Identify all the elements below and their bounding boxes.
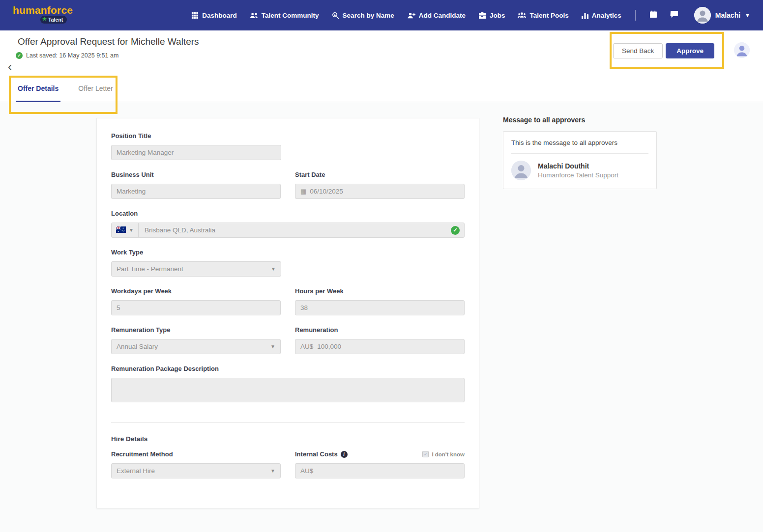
approver-role: Humanforce Talent Support: [538, 171, 618, 179]
field-hours: Hours per Week: [295, 287, 465, 315]
field-internal-costs: Internal Costs i ✓ I don't know AU$: [295, 450, 465, 478]
location-valid-check-icon: ✓: [451, 226, 460, 235]
calendar-icon: [649, 10, 657, 20]
workdays-input[interactable]: [111, 300, 281, 315]
australia-flag-icon: [116, 226, 126, 234]
chevron-down-icon: ▼: [270, 468, 275, 474]
nav-item-talent-community[interactable]: Talent Community: [250, 12, 319, 19]
business-unit-input[interactable]: [111, 184, 281, 199]
field-label: Hours per Week: [295, 287, 465, 295]
nav-menu: Dashboard Talent Community Search by Nam…: [191, 7, 750, 24]
nav-item-dashboard[interactable]: Dashboard: [191, 12, 237, 19]
remuneration-input[interactable]: AU$ 100,000: [295, 339, 465, 354]
field-position-title: Position Title: [111, 132, 281, 160]
field-label: Recruitment Method: [111, 450, 281, 458]
tab-offer-details[interactable]: Offer Details: [16, 84, 60, 102]
remuneration-type-select[interactable]: Annual Salary ▼: [111, 339, 281, 354]
approver-avatar[interactable]: [734, 42, 750, 58]
page-title: Offer Approval Request for Michelle Walt…: [18, 36, 199, 47]
chevron-down-icon: ▼: [271, 266, 276, 272]
nav-item-label: Talent Pools: [529, 12, 568, 19]
nav-item-label: Dashboard: [202, 12, 237, 19]
package-description-textarea[interactable]: [111, 378, 465, 402]
currency-prefix: AU$: [300, 343, 313, 350]
nav-item-jobs[interactable]: Jobs: [478, 12, 505, 19]
approve-button[interactable]: Approve: [666, 43, 714, 58]
start-date-input[interactable]: ▦ 06/10/2025: [295, 184, 465, 199]
approvers-panel: Message to all approvers This is the mes…: [503, 116, 657, 189]
header-actions: Send Back Approve: [613, 43, 714, 58]
chat-button[interactable]: [670, 10, 678, 20]
person-search-icon: [332, 12, 339, 19]
star-icon: ★: [42, 16, 47, 22]
approver-item: Malachi Douthit Humanforce Talent Suppor…: [503, 154, 656, 189]
nav-item-label: Talent Community: [262, 12, 319, 19]
position-title-input[interactable]: [111, 145, 281, 160]
field-label: Position Title: [111, 132, 281, 140]
field-label: Business Unit: [111, 171, 281, 178]
currency-prefix: AU$: [300, 467, 313, 475]
nav-item-search-by-name[interactable]: Search by Name: [332, 12, 394, 19]
hire-details-heading: Hire Details: [111, 435, 465, 443]
nav-item-label: Search by Name: [343, 12, 394, 19]
field-recruitment-method: Recruitment Method External Hire ▼: [111, 450, 281, 478]
nav-item-label: Analytics: [592, 12, 621, 19]
chevron-down-icon: ▼: [745, 12, 750, 18]
approver-info: Malachi Douthit Humanforce Talent Suppor…: [538, 162, 618, 179]
user-name: Malachi: [715, 11, 740, 19]
location-value: Brisbane QLD, Australia: [139, 226, 221, 234]
field-business-unit: Business Unit: [111, 171, 281, 199]
field-label: Internal Costs i: [295, 450, 348, 458]
section-divider: [111, 422, 465, 423]
chevron-down-icon: ▼: [129, 227, 134, 233]
grid-icon: [191, 12, 199, 19]
last-saved-text: Last saved: 16 May 2025 9:51 am: [26, 52, 118, 59]
nav-item-label: Add Candidate: [419, 12, 466, 19]
dont-know-label: I don't know: [432, 451, 465, 457]
people-group-icon: [518, 12, 526, 19]
logo-brand-text: humanforce: [13, 4, 87, 16]
field-label: Start Date: [295, 171, 465, 178]
nav-item-analytics[interactable]: Analytics: [582, 12, 621, 19]
dont-know-checkbox[interactable]: ✓: [422, 451, 429, 457]
dont-know-control[interactable]: ✓ I don't know: [422, 451, 465, 457]
nav-item-talent-pools[interactable]: Talent Pools: [518, 12, 568, 19]
info-icon[interactable]: i: [341, 451, 348, 458]
field-start-date: Start Date ▦ 06/10/2025: [295, 171, 465, 199]
nav-item-add-candidate[interactable]: Add Candidate: [407, 12, 466, 19]
calendar-button[interactable]: [649, 10, 657, 20]
location-input[interactable]: ▼ Brisbane QLD, Australia ✓: [111, 223, 465, 238]
remuneration-value: 100,000: [317, 343, 341, 350]
chat-icon: [670, 10, 678, 20]
page-header: ‹ Offer Approval Request for Michelle Wa…: [0, 30, 763, 72]
work-type-value: Part Time - Permanent: [117, 265, 183, 273]
user-menu[interactable]: Malachi ▼: [694, 7, 750, 24]
person-add-icon: [407, 12, 415, 19]
recruitment-method-select[interactable]: External Hire ▼: [111, 463, 281, 478]
field-remuneration-type: Remuneration Type Annual Salary ▼: [111, 326, 281, 354]
start-date-value: 06/10/2025: [310, 188, 343, 195]
approvers-card: This is the message to all approvers Mal…: [503, 131, 657, 189]
tab-offer-letter[interactable]: Offer Letter: [76, 84, 115, 102]
field-location: Location ▼ Brisbane QLD, Australia ✓: [111, 210, 465, 238]
hours-input[interactable]: [295, 300, 465, 315]
field-label: Remuneration Type: [111, 326, 281, 334]
field-label: Remuneration Package Description: [111, 365, 465, 372]
internal-costs-input[interactable]: AU$: [295, 463, 465, 478]
briefcase-icon: [478, 12, 486, 19]
field-work-type: Work Type Part Time - Permanent ▼: [111, 249, 281, 277]
logo-talent-badge: ★Talent: [40, 16, 67, 24]
field-label: Workdays per Week: [111, 287, 281, 295]
send-back-button[interactable]: Send Back: [613, 43, 663, 58]
remuneration-type-value: Annual Salary: [117, 343, 158, 350]
field-remuneration: Remuneration AU$ 100,000: [295, 326, 465, 354]
nav-divider: [635, 10, 636, 21]
approver-avatar: [511, 161, 531, 180]
top-navbar: humanforce ★Talent Dashboard Talent Comm…: [0, 0, 763, 30]
work-type-select[interactable]: Part Time - Permanent ▼: [111, 261, 281, 277]
country-flag-select[interactable]: ▼: [112, 223, 139, 237]
user-avatar: [694, 7, 711, 24]
chevron-down-icon: ▼: [270, 344, 275, 349]
approver-name: Malachi Douthit: [538, 162, 618, 170]
humanforce-logo[interactable]: humanforce ★Talent: [13, 4, 87, 26]
